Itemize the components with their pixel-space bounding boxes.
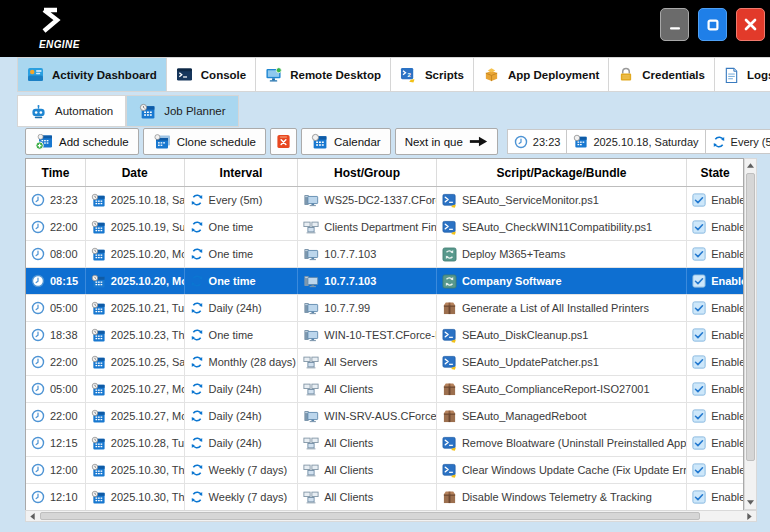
tab-label: Credentials: [642, 69, 705, 81]
powershell-icon: [442, 436, 457, 451]
subtab-label: Job Planner: [164, 105, 225, 117]
calendar-icon: [91, 409, 106, 424]
cell-host-group: 10.7.7.103: [298, 241, 437, 267]
tab-remote-desktop[interactable]: Remote Desktop: [256, 57, 391, 92]
scroll-left-arrow[interactable]: [26, 511, 39, 521]
cell-state: Enabled: [687, 430, 743, 456]
clone-schedule-icon: [153, 134, 171, 150]
cell-interval: Weekly (7 days): [185, 457, 299, 483]
calendar-icon: [91, 247, 106, 262]
interval-value: One time: [209, 329, 254, 341]
tab-scripts[interactable]: 2 Scripts: [391, 57, 474, 92]
cell-host-group: All Clients: [298, 484, 437, 510]
cell-interval: One time: [185, 214, 299, 240]
host-value: WS25-DC2-1337.CForce-IT.network: [324, 194, 437, 206]
bundle-icon: [442, 274, 457, 289]
remote-desktop-icon: [265, 67, 282, 83]
enabled-checkbox[interactable]: [692, 220, 706, 234]
scroll-right-arrow[interactable]: [743, 511, 756, 521]
table-row[interactable]: 22:00 2025.10.25, Saturday Monthly (28 d…: [26, 349, 743, 376]
schedule-table: Time Date Interval Host/Group Script/Pac…: [25, 158, 744, 512]
enabled-checkbox[interactable]: [692, 382, 706, 396]
tab-app-deployment[interactable]: App Deployment: [474, 57, 609, 92]
interval-value: Daily (24h): [209, 302, 262, 314]
powershell-icon: [442, 220, 457, 235]
maximize-button[interactable]: [698, 8, 727, 41]
add-schedule-button[interactable]: Add schedule: [25, 128, 139, 155]
table-row[interactable]: 12:00 2025.10.30, Thursday Weekly (7 day…: [26, 457, 743, 484]
vertical-scrollbar[interactable]: [744, 158, 757, 510]
enabled-checkbox[interactable]: [692, 193, 706, 207]
scroll-down-arrow[interactable]: [745, 496, 756, 509]
cell-script-package-bundle: Company Software: [437, 268, 687, 294]
table-row[interactable]: 23:23 2025.10.18, Saturday Every (5m) WS…: [26, 187, 743, 214]
cell-host-group: All Clients: [298, 376, 437, 402]
tab-console[interactable]: Console: [167, 57, 256, 92]
enabled-checkbox[interactable]: [692, 436, 706, 450]
tab-logs[interactable]: Logs: [715, 57, 770, 92]
table-row[interactable]: 05:00 2025.10.21, Tuesday Daily (24h) 10…: [26, 295, 743, 322]
close-button[interactable]: [736, 8, 765, 41]
padlock-icon: [618, 67, 634, 82]
column-header-host-group[interactable]: Host/Group: [298, 159, 437, 186]
clock-icon: [514, 135, 528, 149]
status-date-value: 2025.10.18, Saturday: [593, 136, 698, 148]
table-row[interactable]: 18:38 2025.10.23, Thursday One time WIN-…: [26, 322, 743, 349]
cell-script-package-bundle: Clear Windows Update Cache (Fix Update E…: [437, 457, 687, 483]
column-header-interval[interactable]: Interval: [185, 159, 299, 186]
table-row[interactable]: 08:15 2025.10.20, Monday One time 10.7.7…: [26, 268, 743, 295]
script-value: SEAuto_CheckWIN11Compatibility.ps1: [462, 221, 652, 233]
column-header-state[interactable]: State: [687, 159, 743, 186]
enabled-checkbox[interactable]: [692, 409, 706, 423]
enabled-checkbox[interactable]: [692, 328, 706, 342]
column-header-script-package-bundle[interactable]: Script/Package/Bundle: [437, 159, 687, 186]
cell-script-package-bundle: Disable Windows Telemetry & Tracking: [437, 484, 687, 510]
script-value: SEAuto_ManagedReboot: [462, 410, 587, 422]
enabled-checkbox[interactable]: [692, 247, 706, 261]
horizontal-scrollbar[interactable]: [25, 510, 757, 522]
date-value: 2025.10.27, Monday: [111, 410, 185, 422]
minimize-button[interactable]: [660, 8, 689, 41]
cell-date: 2025.10.27, Monday: [86, 403, 185, 429]
vertical-scroll-thumb[interactable]: [746, 173, 755, 461]
table-row[interactable]: 22:00 2025.10.27, Monday Daily (24h) WIN…: [26, 403, 743, 430]
table-row[interactable]: 22:00 2025.10.19, Sunday One time Client…: [26, 214, 743, 241]
table-row[interactable]: 05:00 2025.10.27, Monday Daily (24h) All…: [26, 376, 743, 403]
state-value: Enabled: [711, 356, 743, 368]
enabled-checkbox[interactable]: [692, 490, 706, 504]
calendar-icon: [91, 220, 106, 235]
delete-schedule-button[interactable]: [270, 128, 297, 155]
table-row[interactable]: 12:15 2025.10.28, Tuesday Daily (24h) Al…: [26, 430, 743, 457]
table-row[interactable]: 12:10 2025.10.30, Thursday Weekly (7 day…: [26, 484, 743, 511]
calendar-icon: [91, 193, 106, 208]
refresh-icon: [190, 193, 204, 207]
enabled-checkbox[interactable]: [692, 463, 706, 477]
enabled-checkbox[interactable]: [692, 355, 706, 369]
date-value: 2025.10.21, Tuesday: [111, 302, 185, 314]
calendar-button[interactable]: Calendar: [301, 128, 391, 155]
cell-host-group: All Clients: [298, 430, 437, 456]
horizontal-scroll-thumb[interactable]: [40, 512, 700, 520]
enabled-checkbox[interactable]: [692, 301, 706, 315]
column-header-time[interactable]: Time: [26, 159, 86, 186]
cell-date: 2025.10.25, Saturday: [86, 349, 185, 375]
next-in-que-button[interactable]: Next in que: [395, 128, 498, 155]
cell-script-package-bundle: SEAuto_DiskCleanup.ps1: [437, 322, 687, 348]
app-window: { "window": { "brand": "ENGINE" }, "tabs…: [0, 0, 770, 532]
cell-time: 22:00: [26, 349, 86, 375]
clone-schedule-button[interactable]: Clone schedule: [143, 128, 266, 155]
tab-activity-dashboard[interactable]: Activity Dashboard: [17, 57, 167, 92]
column-header-date[interactable]: Date: [86, 159, 185, 186]
enabled-checkbox[interactable]: [692, 274, 706, 288]
calendar-icon: [573, 134, 588, 149]
tab-credentials[interactable]: Credentials: [609, 57, 715, 92]
table-row[interactable]: 08:00 2025.10.20, Monday One time 10.7.7…: [26, 241, 743, 268]
subtab-automation[interactable]: Automation: [17, 95, 126, 127]
powershell-icon: [442, 193, 457, 208]
cell-host-group: All Clients: [298, 457, 437, 483]
calendar-icon: [91, 274, 106, 289]
cell-date: 2025.10.27, Monday: [86, 376, 185, 402]
scroll-up-arrow[interactable]: [745, 159, 756, 172]
cell-state: Enabled: [687, 484, 743, 510]
subtab-job-planner[interactable]: Job Planner: [126, 95, 238, 127]
